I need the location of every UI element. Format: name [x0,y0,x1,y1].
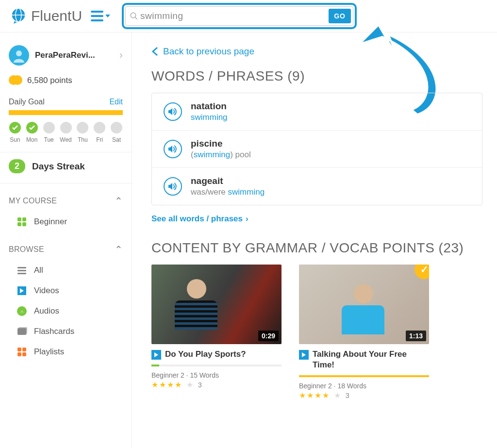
search-icon [130,12,138,20]
duration-badge: 1:13 [406,331,426,341]
streak-badge: 2 [9,159,25,173]
brand-text: FluentU [31,8,82,24]
day-label: Sat [110,136,123,143]
content-card[interactable]: 0:29 Do You Play Sports? Beginner 2 · 15… [151,265,282,400]
word-definition: was/were swimming [191,187,265,197]
section-my-course[interactable]: MY COURSE ⌃ [0,183,132,212]
card-title: Talking About Your Free Time! [313,349,429,370]
see-all-link[interactable]: See all words / phrases › [151,214,482,224]
rating-stars: ★★★★★3 [299,391,429,400]
go-button[interactable]: GO [329,9,351,23]
nav-audios[interactable]: ∩ Audios [0,301,132,321]
grid-orange-icon [17,347,27,357]
rating-stars: ★★★★★3 [151,380,282,389]
day-circle [9,122,21,133]
daily-goal-block: Daily Goal Edit SunMonTueWedThuFriSat [0,95,132,152]
day-circle [94,122,105,133]
audio-play-button[interactable] [164,140,182,158]
nav-all[interactable]: All [0,260,132,281]
search-highlight: GO [122,3,357,29]
content-title: CONTENT BY GRAMMAR / VOCAB POINTS (23) [151,240,482,256]
streak-label: Days Streak [32,161,85,172]
day-cell: Tue [43,122,55,143]
nav-videos[interactable]: Videos [0,281,132,301]
audio-play-button[interactable] [164,177,182,196]
day-label: Tue [43,136,55,143]
card-meta: Beginner 2 · 15 Words [151,371,282,379]
chevron-up-icon: ⌃ [115,195,123,207]
word-row[interactable]: nageaitwas/were swimming [152,168,482,205]
word-term: natation [191,101,228,112]
nav-playlists[interactable]: Playlists [0,342,132,362]
chevron-right-icon: › [246,214,248,224]
streak-row: 2 Days Streak [0,152,132,183]
day-cell: Fri [93,122,106,143]
back-link[interactable]: Back to previous page [151,46,482,57]
card-meta: Beginner 2 · 18 Words [299,382,429,390]
progress-bar [151,365,282,366]
word-term: piscine [191,138,251,149]
day-cell: Thu [76,122,89,143]
nav-beginner[interactable]: Beginner [0,212,132,232]
day-label: Mon [26,136,38,143]
points-text: 6,580 points [27,76,72,85]
word-row[interactable]: piscine(swimming) pool [152,131,482,168]
chevron-left-icon [151,47,158,56]
nav-flashcards[interactable]: Flashcards [0,321,132,342]
video-thumbnail[interactable]: ✓ 1:13 [299,265,429,344]
days-row: SunMonTueWedThuFriSat [9,122,123,143]
check-badge-icon: ✓ [414,265,429,279]
duration-badge: 0:29 [258,331,279,341]
day-circle [26,122,38,133]
search-bar: GO [125,6,353,26]
video-thumbnail[interactable]: 0:29 [151,265,282,344]
user-row[interactable]: PeraPeraRevi... › [0,40,132,72]
svg-point-6 [16,50,22,56]
word-definition: swimming [191,113,228,122]
top-bar: FluentU GO [0,0,497,33]
content-grid: 0:29 Do You Play Sports? Beginner 2 · 15… [151,265,482,400]
section-browse[interactable]: BROWSE ⌃ [0,232,132,260]
day-circle [43,122,55,133]
words-title: WORDS / PHRASES (9) [151,68,482,84]
card-title: Do You Play Sports? [165,349,246,360]
svg-point-4 [131,13,136,18]
sidebar: PeraPeraRevi... › 6,580 points Daily Goa… [0,33,132,448]
edit-goal-link[interactable]: Edit [109,98,123,106]
day-cell: Mon [26,122,38,143]
play-square-icon [17,285,27,296]
day-circle [111,122,122,133]
content-card[interactable]: ✓ 1:13 Talking About Your Free Time! Beg… [299,265,429,400]
search-input[interactable] [138,9,329,23]
day-cell: Sat [110,122,123,143]
grid-icon [17,216,27,227]
day-circle [60,122,72,133]
day-cell: Sun [9,122,21,143]
word-row[interactable]: natationswimming [152,93,482,131]
svg-line-5 [135,17,137,19]
daily-goal-label: Daily Goal [9,98,45,106]
logo[interactable]: FluentU [9,6,82,26]
headphones-icon: ∩ [17,306,27,316]
words-box: natationswimming piscine(swimming) pool … [151,93,482,205]
play-icon [299,350,309,360]
play-icon [151,350,161,360]
points-row: 6,580 points [0,72,132,95]
day-cell: Wed [60,122,72,143]
day-label: Fri [93,136,106,143]
globe-icon [9,6,28,26]
hamburger-icon [91,11,103,21]
word-definition: (swimming) pool [191,150,251,160]
chevron-right-icon: › [119,49,123,62]
avatar [9,45,29,66]
list-icon [17,265,27,276]
word-term: nageait [191,176,265,186]
main-content: Back to previous page WORDS / PHRASES (9… [132,33,497,448]
chevron-up-icon: ⌃ [115,244,123,255]
caret-down-icon [105,15,110,17]
username: PeraPeraRevi... [35,50,114,60]
audio-play-button[interactable] [164,102,182,121]
day-label: Wed [60,136,72,143]
menu-toggle[interactable] [91,11,110,21]
day-label: Thu [76,136,89,143]
